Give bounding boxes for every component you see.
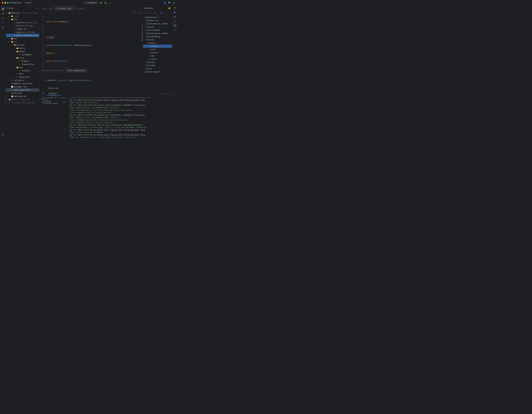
tree-item-shopperproxy[interactable]: C ShopperProxy bbox=[6, 63, 39, 66]
db-item-staybooking[interactable]: ▶ 🗄 staybooking bbox=[143, 35, 172, 38]
sidebar-icon-run[interactable] bbox=[1, 16, 5, 20]
tree-item-idea[interactable]: ▶ 📂 .idea bbox=[6, 15, 39, 18]
db-item-study4[interactable]: ▶ 🗄 study4 bbox=[143, 64, 172, 67]
run-settings-button[interactable]: ⚙ bbox=[169, 93, 171, 95]
properties-code[interactable]: handlers= java.util.logging.ConsoleHandl… bbox=[46, 73, 139, 91]
tree-item-gitignore[interactable]: 🚫 .gitignore bbox=[6, 79, 39, 82]
tab-testmain-java[interactable]: ⊙ TestMain.java ✕ bbox=[54, 6, 75, 11]
close-bottom-tab-props[interactable]: ✕ bbox=[85, 70, 86, 71]
right-icon-history[interactable] bbox=[173, 28, 177, 32]
sidebar-icon-structure[interactable] bbox=[1, 21, 5, 25]
sidebar-icon-more[interactable]: ⋯ bbox=[1, 32, 5, 37]
run-config[interactable]: ⬡ TestMain ▼ bbox=[83, 1, 99, 4]
tree-item-entity[interactable]: ▶ 📂 entity bbox=[6, 47, 39, 50]
tree-item-mysql[interactable]: ⬡ mysql-connector-j-8.2.0.jar bbox=[6, 34, 39, 37]
db-item-study2[interactable]: ▶ 🗄 study2 bbox=[143, 61, 172, 64]
tree-item-scratches[interactable]: ▶ 🗒 Scratches and Consoles bbox=[6, 101, 39, 104]
db-item-localhost[interactable]: ▼ ⊕ @localhost 10 bbox=[143, 16, 172, 19]
tree-item-mapper[interactable]: ▼ 📂 mapper bbox=[6, 50, 39, 53]
profile-button[interactable]: 👤 bbox=[163, 1, 167, 4]
close-run-tab[interactable]: ✕ bbox=[57, 93, 58, 94]
tree-item-comtest[interactable]: ▼ 📦 com.test bbox=[6, 43, 39, 47]
tree-item-src[interactable]: ▼ 📁 src bbox=[6, 40, 39, 43]
tree-item-out[interactable]: ▶ 📂 out bbox=[6, 37, 39, 40]
run-sort-button[interactable]: ↕ bbox=[167, 93, 168, 95]
db-item-server-objects[interactable]: ▶ ⊕ Server Objects bbox=[143, 70, 172, 74]
tab-main-java[interactable]: ☕ Main.java bbox=[40, 6, 54, 11]
run-export-button[interactable]: ↑ bbox=[171, 93, 173, 95]
run-tab-run[interactable]: Run bbox=[40, 92, 47, 96]
tree-item-mylogger[interactable]: 📄 myLogger.log bbox=[6, 85, 39, 88]
db-item-perfschema[interactable]: ▶ 🗄 performance_schema bbox=[143, 32, 172, 35]
tree-item-testmapper[interactable]: ① TestMapper bbox=[6, 53, 39, 56]
code-content[interactable]: public class TestMain { 2 usages private… bbox=[45, 15, 142, 68]
tree-item-testprops[interactable]: ⚙ test.properties bbox=[6, 88, 39, 92]
db-notifications-button[interactable]: 🔔 bbox=[168, 7, 171, 9]
right-icon-notifications[interactable] bbox=[173, 6, 177, 10]
db-item-onlineorder[interactable]: ▶ 🗄 onlineOrder bbox=[143, 28, 172, 32]
right-icon-plugin[interactable] bbox=[173, 10, 177, 15]
run-output[interactable]: /Users/eve/Library/Java/JavaVirtualMachi… bbox=[68, 96, 177, 138]
tree-item-proxy[interactable]: ▼ 📂 proxy bbox=[6, 56, 39, 59]
db-more-button[interactable]: ⋯ bbox=[163, 12, 165, 14]
tab-student[interactable]: ⊞ student bbox=[74, 6, 86, 11]
tree-item-textxml[interactable]: </> text.xml bbox=[6, 92, 39, 95]
db-item-user[interactable]: ⊞ user bbox=[143, 54, 172, 57]
run-button[interactable]: ▶ bbox=[100, 1, 103, 4]
tree-item-test[interactable]: ▼ 📂 test bbox=[6, 66, 39, 69]
tree-item-extlibs[interactable]: ▶ 📚 External Libraries bbox=[6, 98, 39, 101]
db-item-ebean[interactable]: ▶ 🗄 ebean_test bbox=[143, 19, 172, 22]
tabs-end[interactable]: ⋮ bbox=[139, 8, 142, 11]
db-item-teach[interactable]: ⊞ teach bbox=[143, 48, 172, 51]
bottom-tabs-end[interactable]: ⋮ bbox=[139, 70, 142, 73]
tree-item-mybatisutil[interactable]: C MybatisUtil bbox=[6, 75, 39, 79]
run-tree-item-testmain[interactable]: ✓ ● TestMain (com.test.test) 400 ms bbox=[40, 101, 68, 104]
db-ddl-button[interactable]: DDL bbox=[153, 12, 157, 14]
db-item-teacher[interactable]: ⊞ teacher bbox=[143, 51, 172, 54]
run-stop-button[interactable]: ■ bbox=[162, 93, 164, 95]
navigate-up[interactable]: ∧ bbox=[139, 12, 140, 14]
db-item-views[interactable]: ▶ 👁 views 2 bbox=[143, 57, 172, 61]
sidebar-icon-project[interactable] bbox=[1, 7, 5, 11]
db-refresh-button[interactable]: ↻ bbox=[146, 12, 148, 14]
db-item-sys[interactable]: ▶ 🗄 sys bbox=[143, 67, 172, 70]
sidebar-icon-terminal[interactable] bbox=[1, 133, 5, 137]
debug-button[interactable]: 🐛 bbox=[104, 1, 107, 4]
tree-item-testmain[interactable]: ⊙ TestMain bbox=[6, 69, 39, 72]
tree-item-lombok[interactable]: ⬡ lombok.jar bbox=[6, 28, 39, 31]
right-icon-ai[interactable] bbox=[173, 15, 177, 19]
close-tab-testmain[interactable]: ✕ bbox=[72, 8, 73, 9]
run-more-button[interactable]: ⋯ bbox=[173, 93, 176, 95]
right-icon-learn[interactable] bbox=[173, 19, 177, 23]
db-add-button[interactable]: + bbox=[144, 12, 145, 14]
tree-item-lib[interactable]: ▼ 📁 lib bbox=[6, 18, 39, 21]
db-grid-button[interactable]: ⊞ bbox=[151, 12, 153, 14]
tree-item-mybatis[interactable]: ⬡ mybatis-3.5.13.jar bbox=[6, 31, 39, 34]
sidebar-icon-bookmark[interactable] bbox=[1, 25, 5, 29]
tree-item-junit[interactable]: ⬡ junit-4.13.2.jar bbox=[6, 24, 39, 28]
right-icon-db[interactable] bbox=[173, 24, 177, 28]
tree-item-webstudy-iml[interactable]: 📋 WebStudy.iml bbox=[6, 95, 39, 98]
tree-item-root[interactable]: ▼ 📁 WebStudy ~/Desktop/CS/JavaEE/1.JavaW… bbox=[6, 11, 39, 15]
db-execute-button[interactable]: ▶ bbox=[160, 12, 162, 14]
project-options-button[interactable]: ⚙ bbox=[36, 7, 38, 9]
navigate-down[interactable]: ∨ bbox=[141, 12, 142, 14]
tree-item-hamcrest[interactable]: ⬡ hamcrest-core-1.1.jar bbox=[6, 21, 39, 24]
db-item-student[interactable]: ⊞ student bbox=[143, 45, 172, 48]
tree-item-main[interactable]: C Main bbox=[6, 72, 39, 75]
close-button[interactable] bbox=[2, 2, 3, 4]
sidebar-icon-vcs[interactable] bbox=[1, 11, 5, 15]
db-item-mysql[interactable]: ▶ 🗄 mysql bbox=[143, 25, 172, 28]
settings-button[interactable]: ⚙ bbox=[172, 1, 176, 4]
search-button[interactable]: 🔍 bbox=[168, 1, 171, 4]
db-item-infoschema[interactable]: ▶ 🗄 information_schema bbox=[143, 22, 172, 25]
db-item-tables[interactable]: ▼ ⊞ tables 4 bbox=[143, 41, 172, 45]
tree-item-mybatisconfig[interactable]: </> mybatis-config.xml bbox=[6, 82, 39, 85]
db-sync-button[interactable]: ↔ bbox=[157, 12, 160, 14]
minimize-button[interactable] bbox=[4, 2, 6, 4]
run-filter-button[interactable]: ⊘ bbox=[164, 93, 166, 95]
db-item-study[interactable]: ▼ 🗄 study bbox=[143, 38, 172, 41]
run-rerun-button[interactable]: ↺ bbox=[159, 93, 162, 95]
more-button[interactable]: ⋯ bbox=[109, 1, 112, 4]
bottom-tab-mybatisconfig[interactable]: </> mybatis-config.xml bbox=[40, 69, 65, 73]
